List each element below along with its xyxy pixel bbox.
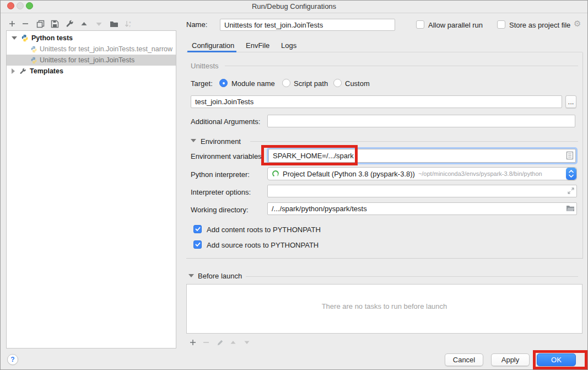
tab-logs[interactable]: Logs [281, 39, 296, 52]
configurations-tree: Python tests Unittests for test_join.Joi… [6, 30, 176, 348]
target-module-name-radio[interactable] [219, 79, 228, 87]
save-icon[interactable] [50, 19, 60, 29]
tree-item-label: Unittests for test_join.JoinTests.test_n… [40, 45, 172, 53]
tab-configuration[interactable]: Configuration [192, 39, 234, 52]
working-directory-label: Working directory: [191, 206, 249, 214]
python-icon-faded [30, 46, 37, 53]
python-interpreter-value: Project Default (Python 3.8 (pyspark-3.8… [283, 170, 415, 178]
add-source-roots-label[interactable]: Add source roots to PYTHONPATH [207, 241, 319, 249]
before-launch-edit-icon [215, 337, 225, 347]
conda-env-icon [272, 170, 279, 178]
move-up-icon[interactable] [79, 19, 89, 29]
window-title: Run/Debug Configurations [1, 2, 587, 10]
python-icon [21, 34, 29, 42]
tab-envfile[interactable]: EnvFile [246, 39, 269, 52]
cancel-label: Cancel [453, 356, 475, 364]
add-content-roots-label[interactable]: Add content roots to PYTHONPATH [207, 226, 321, 234]
content-bottom-border [186, 258, 583, 259]
target-module-value: test_join.JoinTests [195, 98, 253, 106]
interpreter-options-label: Interpreter options: [191, 188, 251, 196]
folder-icon[interactable] [566, 205, 575, 212]
chevron-right-icon[interactable] [12, 68, 15, 74]
python-interpreter-select[interactable]: Project Default (Python 3.8 (pyspark-3.8… [267, 167, 577, 180]
additional-arguments-input[interactable] [267, 115, 575, 127]
target-script-path-radio[interactable] [282, 79, 290, 87]
sort-alphabetically-icon: az [123, 19, 133, 29]
before-launch-remove-icon [201, 337, 211, 347]
new-folder-icon[interactable] [109, 19, 119, 29]
cancel-button[interactable]: Cancel [445, 353, 483, 366]
before-launch-section-label[interactable]: Before launch [198, 272, 242, 280]
python-interpreter-path: ~/opt/miniconda3/envs/pyspark-3.8/bin/py… [418, 170, 542, 177]
add-content-roots-checkbox[interactable] [193, 225, 202, 233]
add-source-roots-checkbox[interactable] [193, 240, 202, 249]
target-module-input[interactable]: test_join.JoinTests [191, 95, 562, 108]
unittests-section-divider [225, 66, 578, 66]
tree-item-test-narrow[interactable]: Unittests for test_join.JoinTests.test_n… [7, 44, 176, 55]
name-value: Unittests for test_join.JoinTests [224, 21, 323, 29]
target-label: Target: [191, 79, 213, 88]
before-launch-collapse-icon[interactable] [188, 274, 194, 277]
tree-item-label: Unittests for test_join.JoinTests [40, 56, 134, 64]
chevron-down-icon[interactable] [12, 36, 17, 40]
before-launch-move-up-icon [228, 337, 238, 347]
active-tab-underline [187, 51, 236, 52]
interpreter-options-input[interactable] [267, 185, 577, 197]
annotation-box-ok-button [533, 350, 587, 369]
environment-section-divider [250, 141, 578, 142]
expand-field-icon[interactable] [567, 187, 575, 195]
add-icon[interactable] [7, 19, 17, 29]
help-button[interactable]: ? [7, 354, 18, 365]
apply-button[interactable]: Apply [491, 353, 530, 366]
title-bar: Run/Debug Configurations [1, 1, 587, 13]
environment-collapse-icon[interactable] [191, 139, 196, 142]
allow-parallel-run-label: Allow parallel run [428, 21, 483, 29]
tree-item-label: Python tests [31, 34, 73, 42]
tab-divider [186, 52, 582, 52]
store-as-project-file-checkbox[interactable] [497, 20, 505, 29]
remove-icon[interactable] [20, 19, 30, 29]
tree-item-label: Templates [30, 67, 63, 75]
store-as-project-file-label: Store as project file [509, 21, 570, 29]
tree-item-python-tests[interactable]: Python tests [7, 33, 176, 44]
browse-button[interactable]: ... [565, 95, 576, 108]
gear-icon[interactable]: ⚙ [574, 19, 581, 29]
unittests-section-label: Unittests [191, 62, 219, 70]
environment-section-label[interactable]: Environment [201, 137, 241, 146]
target-module-name-label[interactable]: Module name [231, 79, 275, 88]
name-label: Name: [186, 20, 207, 29]
working-directory-value: /.../spark/python/pyspark/tests [272, 205, 367, 213]
python-icon-faded [30, 57, 37, 64]
svg-text:z: z [129, 24, 131, 28]
python-interpreter-label: Python interpreter: [191, 170, 250, 179]
annotation-box-env-variables [261, 145, 358, 165]
working-directory-input[interactable]: /.../spark/python/pyspark/tests [267, 202, 577, 215]
wrench-icon [19, 68, 26, 75]
target-custom-label[interactable]: Custom [345, 79, 370, 88]
target-custom-radio[interactable] [333, 79, 342, 87]
edit-variables-icon[interactable] [566, 151, 574, 160]
content-right-border [582, 52, 583, 258]
copy-icon[interactable] [35, 19, 45, 29]
help-icon: ? [10, 356, 14, 363]
move-down-icon [94, 19, 104, 29]
apply-label: Apply [501, 356, 520, 364]
before-launch-task-list: There are no tasks to run before launch [186, 284, 582, 334]
tree-item-templates[interactable]: Templates [7, 66, 176, 77]
additional-arguments-label: Additional Arguments: [191, 117, 260, 126]
tab-label: Logs [281, 41, 296, 50]
interpreter-stepper[interactable] [566, 168, 576, 180]
before-launch-move-down-icon [242, 337, 252, 347]
tab-label: EnvFile [246, 41, 269, 50]
edit-templates-wrench-icon[interactable] [64, 19, 74, 29]
before-launch-empty-text: There are no tasks to run before launch [187, 302, 582, 310]
tree-item-jointests-selected[interactable]: Unittests for test_join.JoinTests [7, 55, 176, 66]
before-launch-divider [246, 276, 578, 277]
name-input[interactable]: Unittests for test_join.JoinTests [220, 19, 395, 31]
allow-parallel-run-checkbox[interactable] [416, 20, 424, 29]
target-script-path-label[interactable]: Script path [294, 79, 328, 88]
tab-label: Configuration [192, 41, 234, 50]
svg-text:a: a [129, 20, 131, 24]
before-launch-add-icon[interactable] [188, 337, 198, 347]
environment-variables-label: Environment variables: [191, 152, 263, 160]
